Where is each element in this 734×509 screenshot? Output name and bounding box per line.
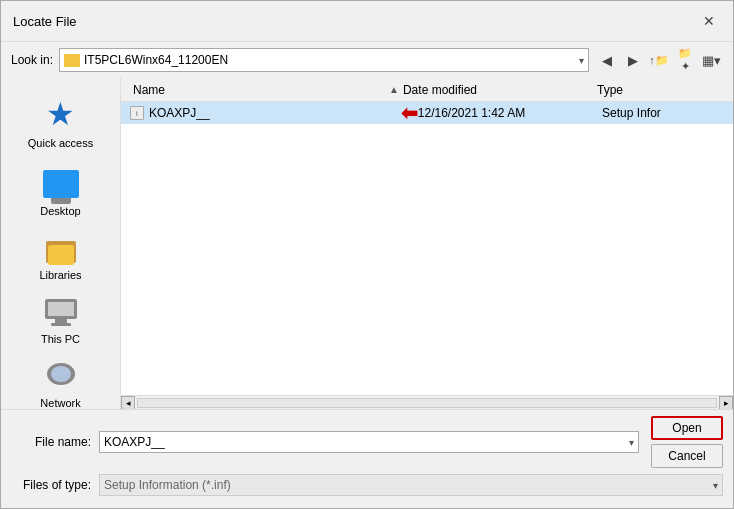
close-button[interactable]: ✕	[697, 9, 721, 33]
toolbar-nav-icons: ◀ ▶ ↑📁 📁✦ ▦▾	[595, 48, 723, 72]
file-icon: i	[129, 106, 145, 120]
nav-back-button[interactable]: ◀	[595, 48, 619, 72]
nav-up-button[interactable]: ↑📁	[647, 48, 671, 72]
main-area: ★ Quick access Desktop Libraries	[1, 78, 733, 409]
thispc-icon	[43, 299, 79, 329]
cancel-button[interactable]: Cancel	[651, 444, 723, 468]
file-list-header: Name ▲ Date modified Type	[121, 78, 733, 102]
new-folder-button[interactable]: 📁✦	[673, 48, 697, 72]
table-row[interactable]: i KOAXPJ__ ⬅ 12/16/2021 1:42 AM Setup In…	[121, 102, 733, 124]
filename-label: File name:	[11, 435, 91, 449]
file-date: 12/16/2021 1:42 AM	[418, 106, 602, 120]
filetype-value: Setup Information (*.inf)	[104, 478, 231, 492]
libraries-icon	[43, 235, 79, 265]
file-name: KOAXPJ__	[149, 106, 395, 120]
locate-file-dialog: Locate File ✕ Look in: IT5PCL6Winx64_112…	[0, 0, 734, 509]
folder-icon	[64, 54, 80, 67]
col-header-date[interactable]: Date modified	[399, 83, 593, 97]
bottom-form: File name: KOAXPJ__ ▾ Open Cancel Files …	[1, 409, 733, 508]
filename-value: KOAXPJ__	[104, 435, 165, 449]
file-list-body[interactable]: i KOAXPJ__ ⬅ 12/16/2021 1:42 AM Setup In…	[121, 102, 733, 395]
horizontal-scrollbar[interactable]: ◂ ▸	[121, 395, 733, 409]
lookin-combo[interactable]: IT5PCL6Winx64_11200EN ▾	[59, 48, 589, 72]
view-button[interactable]: ▦▾	[699, 48, 723, 72]
filename-dropdown-arrow: ▾	[629, 437, 634, 448]
sidebar-item-label: Libraries	[39, 269, 81, 281]
col-header-type[interactable]: Type	[593, 83, 725, 97]
sidebar-item-desktop[interactable]: Desktop	[1, 158, 120, 226]
sidebar-item-label: This PC	[41, 333, 80, 345]
sidebar-item-label: Network	[40, 397, 80, 409]
filetype-dropdown-arrow: ▾	[713, 480, 718, 491]
network-icon	[43, 363, 79, 393]
sidebar-item-network[interactable]: Network	[1, 354, 120, 409]
star-icon: ★	[46, 95, 75, 133]
filetype-label: Files of type:	[11, 478, 91, 492]
col-header-name[interactable]: Name	[129, 83, 385, 97]
title-bar: Locate File ✕	[1, 1, 733, 42]
lookin-value: IT5PCL6Winx64_11200EN	[84, 53, 575, 67]
desktop-icon	[43, 170, 79, 198]
file-area: Name ▲ Date modified Type i KOAXPJ__ ⬅ 1…	[121, 78, 733, 409]
file-type: Setup Infor	[602, 106, 725, 120]
filename-input[interactable]: KOAXPJ__ ▾	[99, 431, 639, 453]
filename-row: File name: KOAXPJ__ ▾ Open Cancel	[11, 416, 723, 468]
open-button[interactable]: Open	[651, 416, 723, 440]
filetype-row: Files of type: Setup Information (*.inf)…	[11, 474, 723, 496]
sidebar: ★ Quick access Desktop Libraries	[1, 78, 121, 409]
sidebar-item-label: Quick access	[28, 137, 93, 149]
scroll-track[interactable]	[137, 398, 717, 408]
lookin-dropdown-arrow: ▾	[579, 55, 584, 66]
filetype-input[interactable]: Setup Information (*.inf) ▾	[99, 474, 723, 496]
sidebar-item-quick-access[interactable]: ★ Quick access	[1, 86, 120, 158]
dialog-title: Locate File	[13, 14, 77, 29]
nav-forward-button[interactable]: ▶	[621, 48, 645, 72]
sidebar-item-label: Desktop	[40, 205, 80, 217]
toolbar: Look in: IT5PCL6Winx64_11200EN ▾ ◀ ▶ ↑📁 …	[1, 42, 733, 78]
sort-arrow: ▲	[389, 84, 399, 95]
action-buttons: Open Cancel	[651, 416, 723, 468]
red-arrow-annotation: ⬅	[401, 102, 418, 125]
sidebar-item-this-pc[interactable]: This PC	[1, 290, 120, 354]
lookin-label: Look in:	[11, 53, 53, 67]
scroll-right-button[interactable]: ▸	[719, 396, 733, 410]
sidebar-item-libraries[interactable]: Libraries	[1, 226, 120, 290]
scroll-left-button[interactable]: ◂	[121, 396, 135, 410]
